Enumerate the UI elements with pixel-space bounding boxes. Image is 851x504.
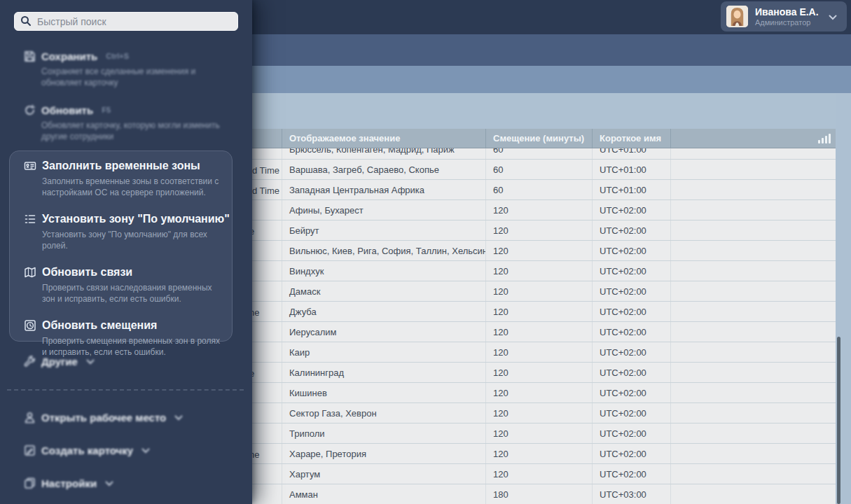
person-icon bbox=[23, 411, 36, 424]
cell-offset-minutes: 180 bbox=[485, 484, 592, 504]
cell-display-value: Хартум bbox=[282, 464, 485, 484]
cell-short-name: UTC+01:00 bbox=[592, 148, 670, 160]
cell-zone-name-fragment bbox=[252, 403, 282, 424]
user-info: Иванова Е.А. Администратор bbox=[755, 6, 824, 27]
table-row[interactable]: Иерусалим120UTC+02:00 bbox=[252, 322, 836, 342]
cell-offset-minutes: 120 bbox=[485, 383, 592, 403]
cell-display-value: Брюссель, Копенгаген, Мадрид, Париж bbox=[282, 148, 485, 160]
list-icon bbox=[24, 213, 36, 225]
menu-item-label: Настройки bbox=[41, 477, 97, 489]
cell-short-name: UTC+02:00 bbox=[592, 220, 670, 241]
table-body: Брюссель, Копенгаген, Мадрид, Париж60UTC… bbox=[252, 148, 836, 504]
cell-offset-minutes: 120 bbox=[485, 220, 592, 241]
menu-item-shortcut: Ctrl+S bbox=[106, 52, 129, 60]
cell-offset-minutes: 120 bbox=[485, 261, 592, 281]
cell-extra bbox=[670, 484, 836, 504]
cell-offset-minutes: 60 bbox=[485, 180, 592, 200]
menu-item-fill-timezones[interactable]: Заполнить временные зоны Заполнить време… bbox=[10, 160, 232, 198]
menu-item-description: Заполнить временные зоны в соответствии … bbox=[42, 176, 226, 198]
menu-item-open-workspace[interactable]: Открыть рабочее место bbox=[0, 411, 252, 424]
cell-extra bbox=[670, 261, 836, 281]
menu-item-description: Обновляет карточку, которую могли измени… bbox=[41, 120, 236, 142]
table-header-row: Отображаемое значение Смещение (минуты) … bbox=[252, 129, 836, 148]
cell-extra bbox=[670, 160, 836, 180]
table-row[interactable]: Виндхук120UTC+02:00 bbox=[252, 261, 836, 281]
cell-display-value: Амман bbox=[282, 484, 485, 504]
table-row[interactable]: Хартум120UTC+02:00 bbox=[252, 464, 836, 484]
column-header-short-name[interactable]: Короткое имя bbox=[592, 129, 670, 148]
cell-short-name: UTC+02:00 bbox=[592, 322, 670, 342]
table-row[interactable]: neХараре, Претория120UTC+02:00 bbox=[252, 444, 836, 464]
table-row[interactable]: Афины, Бухарест120UTC+02:00 bbox=[252, 200, 836, 220]
table-row[interactable]: eКалининград120UTC+02:00 bbox=[252, 363, 836, 383]
cell-extra bbox=[670, 383, 836, 403]
cell-offset-minutes: 120 bbox=[485, 281, 592, 302]
cell-zone-name-fragment: d Time bbox=[252, 160, 282, 180]
menu-item-refresh[interactable]: Обновить F5 Обновляет карточку, которую … bbox=[0, 104, 252, 142]
table-row[interactable]: Вильнюс, Киев, Рига, София, Таллин, Хель… bbox=[252, 241, 836, 261]
table-row[interactable]: Триполи120UTC+02:00 bbox=[252, 424, 836, 444]
menu-item-set-default-zone[interactable]: Установить зону "По умолчанию" Установит… bbox=[10, 213, 232, 251]
table-row[interactable]: Сектор Газа, Хеврон120UTC+02:00 bbox=[252, 403, 836, 424]
save-icon bbox=[23, 50, 36, 62]
menu-item-settings[interactable]: Настройки bbox=[0, 477, 252, 489]
refresh-icon bbox=[23, 104, 36, 116]
column-header-hidden[interactable] bbox=[252, 129, 282, 148]
cell-display-value: Вильнюс, Киев, Рига, София, Таллин, Хель… bbox=[282, 241, 485, 261]
cell-extra bbox=[670, 148, 836, 160]
cell-zone-name-fragment bbox=[252, 281, 282, 302]
cell-display-value: Триполи bbox=[282, 424, 485, 444]
menu-item-label: Обновить смещения bbox=[42, 319, 157, 332]
actions-menu-panel: Сохранить Ctrl+S Сохраняет все сделанные… bbox=[0, 0, 252, 504]
table-row[interactable]: Дамаск120UTC+02:00 bbox=[252, 281, 836, 302]
menu-item-label: Другие bbox=[41, 356, 78, 368]
cell-zone-name-fragment bbox=[252, 342, 282, 363]
cell-offset-minutes: 120 bbox=[485, 403, 592, 424]
menu-item-others[interactable]: Другие bbox=[0, 355, 252, 368]
column-header-offset[interactable]: Смещение (минуты) bbox=[485, 129, 592, 148]
cell-short-name: UTC+02:00 bbox=[592, 383, 670, 403]
menu-item-update-links[interactable]: Обновить связи Проверить связи наследова… bbox=[10, 266, 232, 304]
table-row[interactable]: neДжуба120UTC+02:00 bbox=[252, 302, 836, 322]
cell-display-value: Западная Центральная Африка bbox=[282, 180, 485, 200]
cell-extra bbox=[670, 424, 836, 444]
cell-display-value: Дамаск bbox=[282, 281, 485, 302]
table-row[interactable]: eБейрут120UTC+02:00 bbox=[252, 220, 836, 241]
table-row[interactable]: Кишинев120UTC+02:00 bbox=[252, 383, 836, 403]
cell-short-name: UTC+02:00 bbox=[592, 342, 670, 363]
user-menu-button[interactable]: Иванова Е.А. Администратор bbox=[721, 1, 847, 31]
table-row[interactable]: Каир120UTC+02:00 bbox=[252, 342, 836, 363]
table-right-margin bbox=[836, 93, 851, 504]
cell-display-value: Каир bbox=[282, 342, 485, 363]
cell-short-name: UTC+03:00 bbox=[592, 484, 670, 504]
cell-zone-name-fragment: ne bbox=[252, 302, 282, 322]
cell-short-name: UTC+02:00 bbox=[592, 281, 670, 302]
table-row[interactable]: d TimeЗападная Центральная Африка60UTC+0… bbox=[252, 180, 836, 200]
menu-item-create-card[interactable]: Создать карточку bbox=[0, 444, 252, 456]
user-role: Администратор bbox=[755, 18, 824, 27]
cell-zone-name-fragment: ne bbox=[252, 444, 282, 464]
menu-item-save[interactable]: Сохранить Ctrl+S Сохраняет все сделанные… bbox=[0, 50, 252, 88]
cell-zone-name-fragment bbox=[252, 464, 282, 484]
column-settings-icon[interactable] bbox=[818, 134, 831, 144]
search-input[interactable] bbox=[14, 12, 238, 31]
cell-extra bbox=[670, 302, 836, 322]
table-row[interactable]: Амман180UTC+03:00 bbox=[252, 484, 836, 504]
id-card-icon bbox=[24, 160, 36, 172]
vertical-scrollbar[interactable] bbox=[837, 337, 840, 504]
cell-zone-name-fragment bbox=[252, 261, 282, 281]
cell-display-value: Сектор Газа, Хеврон bbox=[282, 403, 485, 424]
menu-item-label: Установить зону "По умолчанию" bbox=[42, 213, 230, 225]
cell-display-value: Иерусалим bbox=[282, 322, 485, 342]
menu-item-update-offsets[interactable]: Обновить смещения Проверить смещения вре… bbox=[10, 319, 232, 358]
cell-zone-name-fragment: d Time bbox=[252, 180, 282, 200]
column-header-display-value[interactable]: Отображаемое значение bbox=[282, 129, 485, 148]
menu-divider bbox=[7, 389, 244, 391]
table-row[interactable]: Брюссель, Копенгаген, Мадрид, Париж60UTC… bbox=[252, 148, 836, 160]
table-row[interactable]: d TimeВаршава, Загреб, Сараево, Скопье60… bbox=[252, 160, 836, 180]
cell-extra bbox=[670, 180, 836, 200]
edit-icon bbox=[23, 444, 36, 456]
cell-display-value: Варшава, Загреб, Сараево, Скопье bbox=[282, 160, 485, 180]
menu-item-shortcut: F5 bbox=[102, 106, 111, 114]
cell-extra bbox=[670, 464, 836, 484]
